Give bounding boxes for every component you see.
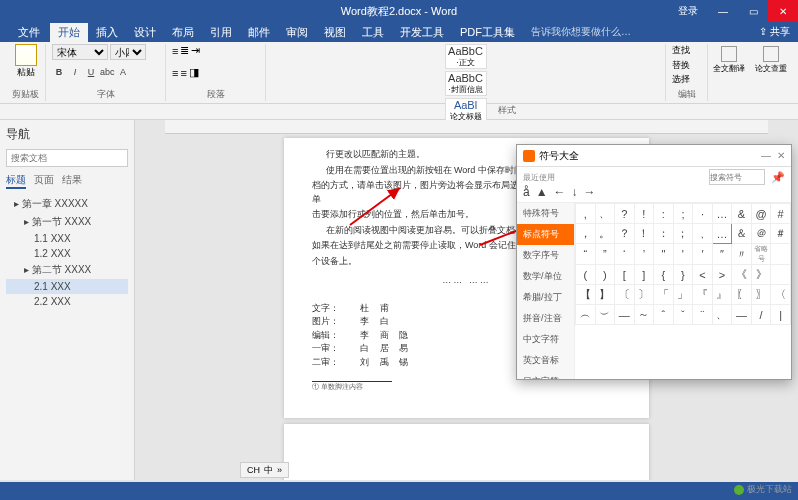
symbol-cell[interactable]: —: [615, 305, 635, 325]
nav-tab-results[interactable]: 结果: [62, 173, 82, 189]
symbol-cell[interactable]: ,: [576, 204, 596, 224]
symbol-cell[interactable]: ？: [615, 224, 635, 244]
symbol-category[interactable]: 数字序号: [517, 245, 574, 266]
recent-symbol[interactable]: å: [523, 185, 530, 199]
symbol-cell[interactable]: ！: [634, 224, 654, 244]
symbol-cell[interactable]: #: [771, 204, 791, 224]
symbol-cell[interactable]: 、: [712, 305, 732, 325]
align-center-button[interactable]: ≡: [180, 67, 186, 79]
strike-button[interactable]: abc: [100, 67, 114, 81]
minimize-button[interactable]: —: [708, 0, 738, 22]
symbol-cell[interactable]: 〔: [615, 285, 635, 305]
restore-button[interactable]: ▭: [738, 0, 768, 22]
symbol-cell[interactable]: 》: [751, 265, 771, 285]
symbol-cell[interactable]: |: [771, 305, 791, 325]
symbol-cell[interactable]: ～: [634, 305, 654, 325]
symbol-cell[interactable]: …: [712, 224, 732, 244]
symbol-cell[interactable]: ·: [693, 204, 713, 224]
find-button[interactable]: 查找: [672, 44, 701, 57]
nav-tab-headings[interactable]: 标题: [6, 173, 26, 189]
panel-minimize-button[interactable]: —: [761, 150, 771, 161]
symbol-cell[interactable]: 【: [576, 285, 596, 305]
symbol-cell[interactable]: ﹑: [693, 224, 713, 244]
symbol-category[interactable]: 中文字符: [517, 329, 574, 350]
nav-tree-item[interactable]: ▸ 第一章 XXXXX: [6, 195, 128, 213]
nav-tree-item[interactable]: 1.2 XXX: [6, 246, 128, 261]
nav-tree-item[interactable]: ▸ 第二节 XXXX: [6, 261, 128, 279]
bold-button[interactable]: B: [52, 67, 66, 81]
symbol-cell[interactable]: ＠: [751, 224, 771, 244]
style-gallery-item[interactable]: AaBbC·正文: [445, 44, 487, 69]
symbol-cell[interactable]: ＃: [771, 224, 791, 244]
symbol-search-input[interactable]: [709, 169, 765, 185]
symbol-cell[interactable]: }: [673, 265, 693, 285]
replace-button[interactable]: 替换: [672, 59, 701, 72]
nav-search-input[interactable]: [6, 149, 128, 167]
underline-button[interactable]: U: [84, 67, 98, 81]
ime-toolbar[interactable]: CH 中 »: [240, 462, 289, 478]
symbol-cell[interactable]: ″: [712, 244, 732, 265]
style-gallery-item[interactable]: AaBbC·封面信息: [445, 71, 487, 96]
translate-icon[interactable]: [721, 46, 737, 62]
symbol-cell[interactable]: <: [693, 265, 713, 285]
pin-icon[interactable]: 📌: [771, 171, 785, 184]
symbol-cell[interactable]: ¨: [693, 305, 713, 325]
nav-tree-item[interactable]: 2.2 XXX: [6, 294, 128, 309]
symbol-cell[interactable]: ): [595, 265, 615, 285]
font-size-select[interactable]: 小四: [110, 44, 146, 60]
tab-pdf[interactable]: PDF工具集: [452, 23, 523, 42]
symbol-cell[interactable]: [771, 244, 791, 265]
nav-tab-pages[interactable]: 页面: [34, 173, 54, 189]
symbol-cell[interactable]: ”: [595, 244, 615, 265]
symbol-category[interactable]: 拼音/注音: [517, 308, 574, 329]
tab-view[interactable]: 视图: [316, 23, 354, 42]
symbol-cell[interactable]: 〖: [732, 285, 752, 305]
symbol-cell[interactable]: 『: [693, 285, 713, 305]
symbol-cell[interactable]: [: [615, 265, 635, 285]
symbol-cell[interactable]: …: [712, 204, 732, 224]
symbol-cell[interactable]: {: [654, 265, 674, 285]
symbol-cell[interactable]: ': [673, 244, 693, 265]
tab-design[interactable]: 设计: [126, 23, 164, 42]
bullets-button[interactable]: ≡: [172, 45, 178, 57]
symbol-category[interactable]: 英文音标: [517, 350, 574, 371]
symbol-cell[interactable]: ，: [576, 224, 596, 244]
page-2[interactable]: [284, 424, 649, 480]
tab-mailings[interactable]: 邮件: [240, 23, 278, 42]
recent-symbol[interactable]: ↓: [572, 185, 578, 199]
symbol-cell[interactable]: 省略号: [751, 244, 771, 265]
tab-tools[interactable]: 工具: [354, 23, 392, 42]
symbol-cell[interactable]: /: [751, 305, 771, 325]
symbol-cell[interactable]: ‘: [615, 244, 635, 265]
symbol-cell[interactable]: 】: [595, 285, 615, 305]
symbol-category[interactable]: 数学/单位: [517, 266, 574, 287]
symbol-cell[interactable]: (: [576, 265, 596, 285]
nav-tree-item[interactable]: ▸ 第一节 XXXX: [6, 213, 128, 231]
symbol-cell[interactable]: ′: [693, 244, 713, 265]
numbering-button[interactable]: ≣: [180, 44, 189, 57]
symbol-cell[interactable]: @: [751, 204, 771, 224]
share-button[interactable]: ⇪ 共享: [759, 25, 790, 39]
symbol-cell[interactable]: !: [634, 204, 654, 224]
symbol-cell[interactable]: ]: [634, 265, 654, 285]
symbol-panel-titlebar[interactable]: 符号大全 — ✕: [517, 145, 791, 167]
symbol-cell[interactable]: 』: [712, 285, 732, 305]
symbol-cell[interactable]: >: [712, 265, 732, 285]
symbol-cell[interactable]: ︵: [576, 305, 596, 325]
symbol-cell[interactable]: —: [732, 305, 752, 325]
tab-home[interactable]: 开始: [50, 23, 88, 42]
tab-references[interactable]: 引用: [202, 23, 240, 42]
indent-button[interactable]: ⇥: [191, 44, 200, 57]
symbol-category[interactable]: 希腊/拉丁: [517, 287, 574, 308]
symbol-cell[interactable]: ’: [634, 244, 654, 265]
symbol-cell[interactable]: ˆ: [654, 305, 674, 325]
horizontal-ruler[interactable]: [165, 120, 768, 134]
shading-button[interactable]: ◨: [189, 66, 199, 79]
symbol-cell[interactable]: :: [654, 204, 674, 224]
font-name-select[interactable]: 宋体: [52, 44, 108, 60]
symbol-cell[interactable]: ˇ: [673, 305, 693, 325]
panel-close-button[interactable]: ✕: [777, 150, 785, 161]
symbol-cell[interactable]: 〈: [771, 285, 791, 305]
symbol-cell[interactable]: ＆: [732, 224, 752, 244]
nav-tree-item[interactable]: 1.1 XXX: [6, 231, 128, 246]
